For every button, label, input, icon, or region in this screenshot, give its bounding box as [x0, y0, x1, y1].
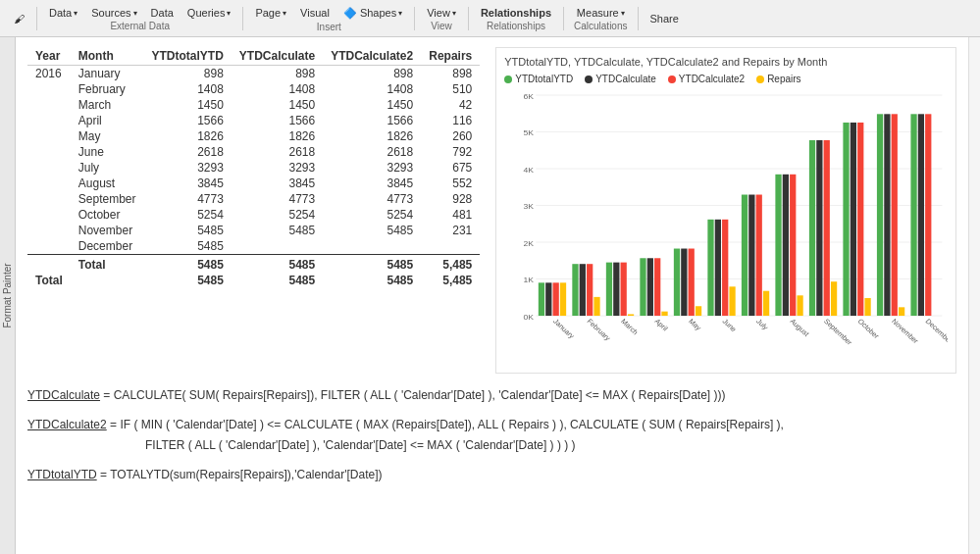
formulas-section: YTDCalculate = CALCULATE( SUM( Repairs[R…: [27, 385, 956, 485]
cell-2-3: 1450: [232, 97, 323, 113]
cell-11-2: 5485: [143, 238, 231, 255]
col-header-ytdcalc: YTDCalculate: [232, 47, 323, 66]
col-header-ytdtotal: YTDtotalYTD: [143, 47, 231, 66]
format-painter-button[interactable]: 🖌: [8, 11, 30, 26]
legend-dot-ytdtotalytd: [504, 76, 512, 83]
legend-dot-ytdcalculate: [585, 76, 593, 83]
cell-3-1: April: [71, 113, 144, 128]
cell-12-3: 5485: [232, 255, 323, 274]
svg-text:January: January: [551, 317, 577, 340]
visual-button[interactable]: Visual: [294, 5, 335, 22]
legend-label-ytdcalculate2: YTDCalculate2: [679, 74, 745, 84]
cell-0-5: 898: [421, 66, 480, 82]
cell-3-5: 116: [421, 113, 480, 128]
cell-2-4: 1450: [323, 97, 421, 113]
cell-7-3: 3845: [232, 176, 323, 191]
formula-1: YTDCalculate = CALCULATE( SUM( Repairs[R…: [27, 385, 956, 407]
svg-text:August: August: [789, 317, 811, 338]
cell-12-2: 5485: [143, 255, 231, 274]
svg-rect-56: [824, 140, 830, 316]
data2-button[interactable]: Data: [145, 5, 180, 21]
toolbar-sep-2: [242, 7, 243, 30]
cell-0-0: 2016: [27, 66, 71, 82]
svg-rect-32: [662, 312, 668, 316]
svg-text:March: March: [619, 317, 640, 336]
view-button[interactable]: View ▾: [421, 5, 462, 21]
cell-5-4: 2618: [323, 144, 421, 160]
cell-5-0: [27, 144, 71, 160]
svg-rect-31: [654, 258, 660, 316]
svg-text:November: November: [890, 317, 921, 345]
cell-6-1: July: [71, 160, 144, 176]
svg-text:July: July: [754, 317, 770, 331]
legend-ytdcalculate2: YTDCalculate2: [668, 74, 745, 84]
table-row: 2016January898898898898: [27, 66, 480, 82]
cell-10-4: 5485: [323, 223, 421, 238]
main-area: Format Painter Year Month YTDtotalYTD YT…: [0, 37, 980, 554]
svg-text:6K: 6K: [524, 91, 535, 101]
col-header-ytdcalc2: YTDCalculate2: [323, 47, 421, 66]
svg-rect-70: [918, 114, 924, 316]
formula-3-name: YTDtotalYTD: [27, 468, 97, 481]
formula-3: YTDtotalYTD = TOTALYTD(sum(Repairs[Repai…: [27, 465, 956, 486]
chart-svg: 0K1K2K3K4K5K6KJanuaryFebruaryMarchAprilM…: [504, 90, 948, 365]
cell-2-5: 42: [421, 97, 480, 113]
svg-text:October: October: [856, 317, 882, 340]
svg-rect-69: [911, 114, 917, 316]
cell-1-1: February: [71, 81, 144, 97]
svg-text:4K: 4K: [524, 165, 535, 175]
share-button[interactable]: Share: [645, 11, 685, 26]
table-row: March14501450145042: [27, 97, 480, 113]
external-data-group: Data ▾ Sources ▾ Data Queries ▾ External…: [43, 5, 236, 31]
cell-5-1: June: [71, 144, 144, 160]
svg-rect-15: [545, 282, 551, 316]
page-button[interactable]: Page ▾: [249, 5, 292, 22]
svg-rect-45: [748, 195, 754, 316]
svg-rect-66: [892, 114, 898, 316]
formula-2: YTDCalculate2 = IF ( MIN ( 'Calendar'[Da…: [27, 415, 956, 457]
chart-title: YTDtotalYTD, YTDCalculate, YTDCalculate2…: [504, 56, 948, 68]
cell-11-1: December: [71, 238, 144, 255]
svg-rect-61: [857, 123, 863, 316]
svg-rect-65: [885, 114, 891, 316]
cell-3-2: 1566: [143, 113, 231, 128]
cell-5-5: 792: [421, 144, 480, 160]
cell-7-0: [27, 176, 71, 191]
cell-6-2: 3293: [143, 160, 231, 176]
toolbar-sep-5: [563, 7, 564, 30]
relationships-button[interactable]: Relationships: [475, 5, 557, 21]
cell-1-2: 1408: [143, 81, 231, 97]
svg-rect-27: [628, 314, 634, 316]
svg-rect-34: [674, 249, 680, 316]
svg-rect-14: [539, 282, 544, 316]
shapes-button[interactable]: 🔷 Shapes ▾: [337, 5, 408, 22]
grand-total-label: Total: [27, 273, 71, 288]
svg-rect-37: [696, 306, 701, 316]
cell-6-5: 675: [421, 160, 480, 176]
insert-label: Insert: [313, 22, 345, 32]
measure-button[interactable]: Measure ▾: [571, 5, 631, 21]
cell-0-1: January: [71, 66, 144, 82]
svg-rect-19: [573, 264, 579, 316]
calculations-label: Calculations: [570, 21, 631, 31]
svg-text:5K: 5K: [524, 128, 535, 138]
external-data-label: External Data: [106, 21, 174, 31]
cell-7-2: 3845: [143, 176, 231, 191]
svg-rect-55: [816, 140, 822, 316]
svg-text:1K: 1K: [524, 276, 535, 285]
cell-7-1: August: [71, 176, 144, 191]
sources-button[interactable]: Sources ▾: [85, 5, 142, 21]
cell-8-4: 4773: [323, 191, 421, 207]
queries-button[interactable]: Queries ▾: [181, 5, 237, 21]
svg-text:September: September: [822, 317, 854, 347]
table-row: October525452545254481: [27, 207, 480, 223]
formula-1-name: YTDCalculate: [27, 388, 100, 402]
svg-rect-40: [715, 220, 721, 316]
cell-12-1: Total: [71, 255, 144, 274]
cell-9-4: 5254: [323, 207, 421, 223]
table-row: Total5485548554855,485: [27, 255, 480, 274]
toolbar-format-painter-group: 🖌: [8, 11, 30, 26]
cell-1-4: 1408: [323, 81, 421, 97]
data-button[interactable]: Data ▾: [43, 5, 83, 21]
data-table-container: Year Month YTDtotalYTD YTDCalculate YTDC…: [27, 47, 480, 374]
